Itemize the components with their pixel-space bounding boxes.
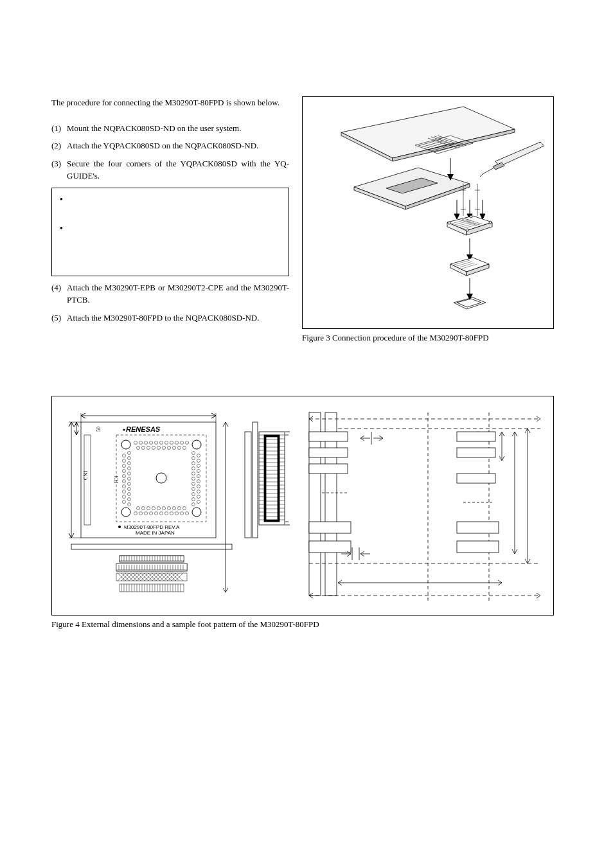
svg-rect-342 [309, 522, 351, 533]
svg-marker-20 [495, 142, 544, 166]
svg-rect-339 [309, 432, 348, 441]
svg-rect-347 [457, 522, 499, 533]
svg-rect-341 [309, 464, 348, 474]
board-label-2: MADE IN JAPAN [136, 530, 175, 536]
svg-point-159 [118, 526, 121, 528]
left-column: The procedure for connecting the M30290T… [51, 96, 289, 344]
ic1-label: IC1 [114, 475, 120, 483]
svg-point-49 [489, 221, 492, 224]
step-2: (2) Attach the YQPACK080SD on the NQPACK… [51, 139, 289, 152]
svg-point-48 [470, 215, 472, 218]
bullet-icon: ● [60, 195, 63, 203]
svg-point-50 [466, 229, 468, 231]
step-number: (4) [51, 281, 67, 306]
svg-rect-172 [116, 563, 187, 570]
svg-rect-345 [457, 448, 495, 457]
svg-rect-340 [309, 448, 348, 457]
step-number: (2) [51, 139, 67, 152]
step-number: (5) [51, 312, 67, 324]
right-column: Figure 3 Connection procedure of the M30… [302, 96, 553, 344]
step-text: Attach the M30290T-EPB or M30290T2-CPE a… [67, 281, 289, 306]
step-5: (5) Attach the M30290T-80FPD to the NQPA… [51, 312, 289, 324]
board-label-1: M30290T-80FPD REV.A [124, 524, 180, 530]
svg-rect-348 [457, 541, 499, 553]
svg-line-22 [483, 168, 494, 174]
step-1: (1) Mount the NQPACK080SD-ND on the user… [51, 122, 289, 135]
note-bullet-1: ● [60, 193, 281, 203]
svg-line-23 [480, 174, 483, 177]
step-text: Attach the M30290T-80FPD to the NQPACK08… [67, 312, 289, 324]
svg-rect-346 [457, 474, 495, 483]
svg-rect-282 [245, 432, 251, 538]
svg-point-68 [123, 429, 125, 430]
step-4: (4) Attach the M30290T-EPB or M30290T2-C… [51, 281, 289, 306]
step-text: Secure the four corners of the YQPACK080… [67, 157, 289, 182]
step-text: Mount the NQPACK080SD-ND on the user sys… [67, 122, 289, 135]
svg-rect-309 [266, 437, 278, 520]
bullet-icon: ● [60, 224, 63, 232]
svg-rect-343 [309, 541, 351, 553]
intro-paragraph: The procedure for connecting the M30290T… [51, 96, 289, 109]
fifty-label: 50 [96, 427, 102, 432]
step-number: (3) [51, 157, 67, 182]
svg-rect-168 [71, 544, 232, 549]
cn1-label: CN1 [83, 470, 89, 479]
note-bullet-2: ● [60, 222, 281, 232]
figure-3-diagram [302, 96, 554, 329]
step-number: (1) [51, 122, 67, 135]
figure-4-diagram: RENESAS CN1 IC1 50 [51, 396, 554, 616]
brand-label: RENESAS [126, 425, 161, 433]
figure-3-caption: Figure 3 Connection procedure of the M30… [302, 332, 553, 344]
svg-marker-31 [454, 214, 459, 219]
note-box: ● ● [51, 188, 289, 276]
svg-rect-344 [457, 432, 495, 441]
figure-4-caption: Figure 4 External dimensions and a sampl… [51, 618, 562, 631]
step-3: (3) Secure the four corners of the YQPAC… [51, 157, 289, 182]
svg-rect-283 [253, 422, 258, 538]
svg-point-47 [448, 222, 450, 224]
step-text: Attach the YQPACK080SD on the NQPACK080S… [67, 139, 289, 152]
svg-rect-67 [81, 422, 216, 538]
